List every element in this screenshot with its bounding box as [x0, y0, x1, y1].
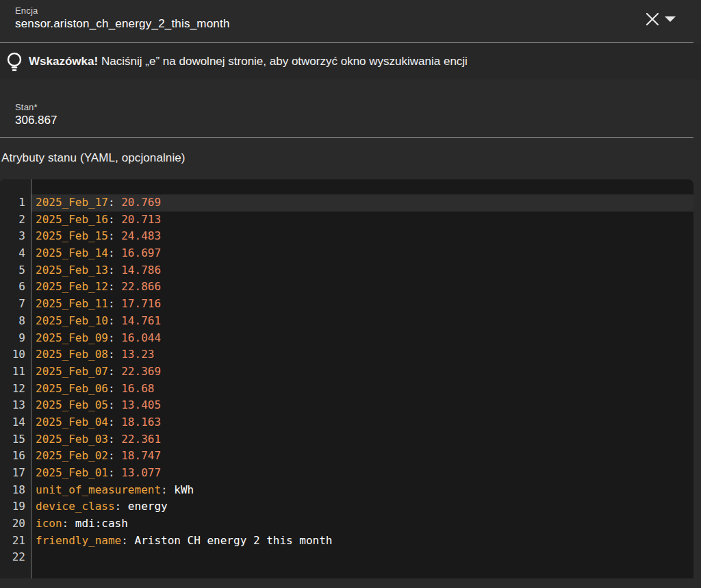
yaml-colon: : — [108, 280, 121, 293]
code-line: 2025_Feb_06: 16.68 — [31, 381, 693, 398]
code-line: 2025_Feb_17: 20.769 — [31, 194, 693, 212]
code-line: 2025_Feb_07: 22.369 — [31, 363, 693, 381]
yaml-value: 14.761 — [121, 314, 161, 327]
yaml-value: 22.369 — [121, 365, 161, 378]
yaml-colon: : — [108, 246, 121, 259]
yaml-colon: : — [62, 517, 75, 530]
attributes-heading: Atrybuty stanu (YAML, opcjonalnie) — [1, 151, 186, 165]
yaml-value: 14.786 — [121, 264, 161, 277]
code-line: icon: mdi:cash — [31, 515, 693, 533]
code-line: 2025_Feb_01: 13.077 — [31, 465, 693, 482]
yaml-key: 2025_Feb_16 — [36, 213, 108, 226]
yaml-colon: : — [108, 416, 121, 429]
yaml-value: 16.697 — [121, 246, 161, 259]
yaml-key: 2025_Feb_09 — [36, 331, 108, 344]
yaml-colon: : — [161, 483, 174, 496]
yaml-value: 13.23 — [121, 348, 154, 361]
yaml-value: 22.361 — [121, 433, 161, 446]
line-number: 11 — [0, 363, 31, 381]
state-field-underline — [0, 137, 693, 138]
code-line: unit_of_measurement: kWh — [31, 482, 693, 499]
caret-down-icon — [664, 16, 676, 23]
line-number: 9 — [0, 330, 31, 347]
yaml-colon: : — [108, 433, 121, 446]
yaml-key: 2025_Feb_15 — [36, 229, 108, 242]
code-line: 2025_Feb_13: 14.786 — [31, 262, 693, 279]
code-line — [31, 549, 693, 566]
line-number: 15 — [0, 431, 31, 448]
state-input[interactable]: 306.867 — [15, 114, 57, 127]
yaml-key: 2025_Feb_06 — [36, 382, 108, 395]
entity-dropdown-button[interactable] — [662, 12, 678, 27]
line-number: 14 — [0, 414, 31, 431]
yaml-value: energy — [128, 500, 168, 513]
yaml-key: 2025_Feb_03 — [36, 433, 108, 446]
yaml-value: kWh — [174, 483, 194, 496]
yaml-colon: : — [108, 365, 121, 378]
tip-message: Naciśnij „e” na dowolnej stronie, aby ot… — [101, 55, 468, 68]
yaml-key: icon — [36, 517, 62, 530]
code-line: 2025_Feb_14: 16.697 — [31, 245, 693, 262]
line-number: 20 — [0, 515, 31, 533]
editor-gutter: 12345678910111213141516171819202122 — [0, 179, 31, 578]
yaml-key: 2025_Feb_04 — [36, 416, 108, 429]
line-number: 8 — [0, 313, 31, 330]
line-number: 18 — [0, 482, 31, 499]
entity-combobox[interactable]: Encja sensor.ariston_ch_energy_2_this_mo… — [0, 0, 693, 43]
yaml-key: 2025_Feb_02 — [36, 449, 108, 462]
editor-code[interactable]: 2025_Feb_17: 20.7692025_Feb_16: 20.71320… — [31, 179, 693, 578]
yaml-key: 2025_Feb_11 — [36, 297, 108, 310]
yaml-value: 20.713 — [121, 213, 161, 226]
yaml-colon: : — [121, 534, 134, 547]
yaml-colon: : — [115, 500, 128, 513]
yaml-value: mdi:cash — [75, 517, 128, 530]
code-line: 2025_Feb_12: 22.866 — [31, 279, 693, 296]
line-number: 6 — [0, 279, 31, 296]
code-line: 2025_Feb_16: 20.713 — [31, 212, 693, 229]
yaml-key: 2025_Feb_08 — [36, 348, 108, 361]
tip-title: Wskazówka! — [29, 55, 98, 68]
line-number: 17 — [0, 465, 31, 482]
line-number: 7 — [0, 296, 31, 313]
line-number: 21 — [0, 533, 31, 550]
yaml-value: 24.483 — [121, 229, 161, 242]
yaml-key: 2025_Feb_01 — [36, 466, 108, 479]
line-number: 2 — [0, 212, 31, 229]
yaml-colon: : — [108, 348, 121, 361]
entity-field-value: sensor.ariston_ch_energy_2_this_month — [15, 17, 230, 31]
code-line: 2025_Feb_05: 13.405 — [31, 397, 693, 414]
line-number: 3 — [0, 228, 31, 245]
code-line: 2025_Feb_02: 18.747 — [31, 448, 693, 465]
yaml-value: 17.716 — [121, 297, 161, 310]
yaml-value: 18.163 — [121, 416, 161, 429]
line-number: 19 — [0, 498, 31, 515]
line-number: 5 — [0, 262, 31, 279]
yaml-colon: : — [108, 229, 121, 242]
clear-entity-button[interactable] — [643, 10, 661, 28]
line-number: 12 — [0, 381, 31, 398]
code-line: 2025_Feb_11: 17.716 — [31, 296, 693, 313]
state-field-label: Stan* — [15, 102, 38, 112]
yaml-value: Ariston CH energy 2 this month — [135, 534, 333, 547]
line-number: 1 — [0, 194, 31, 212]
tip-banner: Wskazówka!Naciśnij „e” na dowolnej stron… — [0, 44, 701, 79]
line-number: 4 — [0, 245, 31, 262]
yaml-key: device_class — [36, 500, 115, 513]
yaml-key: 2025_Feb_17 — [36, 196, 108, 209]
yaml-colon: : — [108, 466, 121, 479]
yaml-value: 16.68 — [121, 382, 154, 395]
code-line: 2025_Feb_03: 22.361 — [31, 431, 693, 448]
code-line: 2025_Feb_04: 18.163 — [31, 414, 693, 431]
yaml-value: 13.405 — [121, 398, 161, 411]
yaml-key: 2025_Feb_07 — [36, 365, 108, 378]
yaml-key: 2025_Feb_13 — [36, 264, 108, 277]
yaml-value: 18.747 — [121, 449, 161, 462]
line-number: 13 — [0, 397, 31, 414]
code-line: 2025_Feb_08: 13.23 — [31, 346, 693, 363]
yaml-colon: : — [108, 331, 121, 344]
code-line: 2025_Feb_09: 16.044 — [31, 330, 693, 347]
line-number: 22 — [0, 549, 31, 566]
line-number: 10 — [0, 346, 31, 363]
yaml-colon: : — [108, 382, 121, 395]
yaml-editor[interactable]: 12345678910111213141516171819202122 2025… — [0, 179, 693, 578]
